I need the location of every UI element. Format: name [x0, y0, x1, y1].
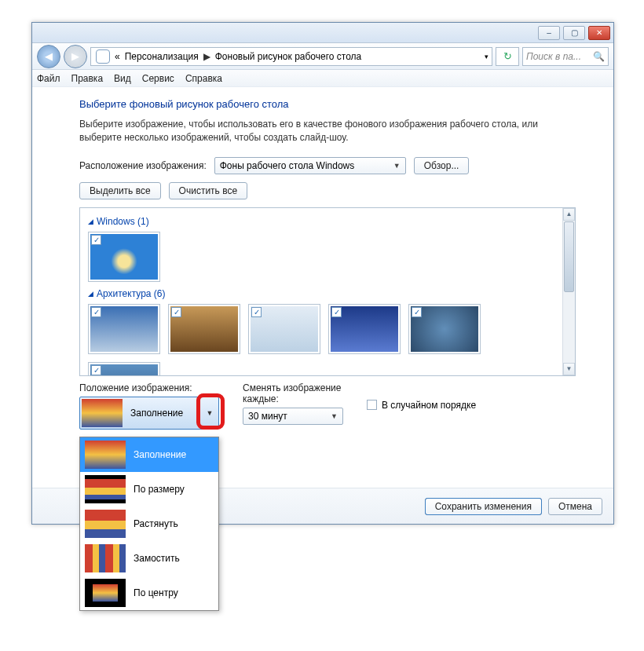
search-input[interactable]: Поиск в па... 🔍: [522, 47, 609, 66]
group-windows[interactable]: ◢ Windows (1): [88, 216, 554, 227]
location-row: Расположение изображения: Фоны рабочего …: [79, 157, 576, 174]
scroll-thumb[interactable]: [564, 221, 574, 292]
wallpaper-thumb[interactable]: ✓: [88, 232, 160, 282]
breadcrumb-level-2[interactable]: Фоновый рисунок рабочего стола: [215, 51, 362, 62]
option-label: Растянуть: [134, 518, 178, 529]
content-area: Выберите фоновый рисунок рабочего стола …: [32, 87, 613, 439]
clear-all-button[interactable]: Очистить все: [169, 182, 247, 199]
picture-position-col: Положение изображения: Заполнение ▼: [79, 382, 219, 430]
menu-file[interactable]: Файл: [37, 73, 60, 84]
refresh-button[interactable]: ↻: [496, 47, 519, 66]
cp-icon: [96, 49, 110, 64]
maximize-button[interactable]: ▢: [563, 26, 585, 40]
titlebar: – ▢ ✕: [32, 23, 613, 43]
thumb-checkbox[interactable]: ✓: [91, 307, 101, 317]
option-label: Замостить: [134, 553, 180, 564]
menu-edit[interactable]: Правка: [71, 73, 104, 84]
wallpaper-thumb[interactable]: ✓: [248, 304, 320, 354]
position-option-center[interactable]: По центру: [80, 576, 218, 610]
thumb-checkbox[interactable]: ✓: [91, 365, 101, 375]
picture-position-label: Положение изображения:: [79, 382, 219, 393]
location-combo[interactable]: Фоны рабочего стола Windows ▼: [214, 157, 406, 174]
disclosure-icon: ◢: [88, 290, 93, 298]
page-description: Выберите изображение, чтобы использовать…: [79, 118, 576, 144]
location-label: Расположение изображения:: [79, 160, 207, 171]
menubar: Файл Правка Вид Сервис Справка: [32, 70, 613, 87]
menu-view[interactable]: Вид: [114, 73, 131, 84]
thumb-checkbox[interactable]: ✓: [251, 307, 262, 317]
wallpaper-list-body: ◢ Windows (1) ✓ ◢ Архитектура (6) ✓ ✓ ✓: [80, 208, 562, 375]
position-swatch: [85, 510, 126, 538]
save-button[interactable]: Сохранить изменения: [425, 498, 542, 515]
thumb-checkbox[interactable]: ✓: [412, 307, 422, 317]
position-option-fill[interactable]: Заполнение: [80, 437, 218, 472]
cancel-button[interactable]: Отмена: [548, 498, 602, 515]
chevron-down-icon: ▼: [203, 409, 217, 417]
position-swatch: [85, 579, 126, 607]
scroll-track[interactable]: [563, 293, 575, 363]
forward-button[interactable]: ▶: [64, 45, 87, 68]
thumb-checkbox[interactable]: ✓: [331, 307, 342, 317]
interval-col: Сменять изображение каждые: 30 минут ▼: [243, 382, 343, 425]
picture-position-value: Заполнение: [130, 408, 195, 419]
browse-button[interactable]: Обзор...: [414, 157, 470, 174]
position-swatch: [85, 475, 126, 503]
interval-label-b: каждые:: [243, 393, 343, 404]
position-option-stretch[interactable]: Растянуть: [80, 507, 218, 541]
scrollbar[interactable]: ▲ ▼: [562, 208, 575, 375]
group-windows-label: Windows (1): [97, 216, 149, 227]
wallpaper-thumb[interactable]: ✓: [88, 362, 160, 375]
chevron-down-icon: ▼: [331, 412, 338, 420]
location-value: Фоны рабочего стола Windows: [220, 160, 355, 171]
option-label: Заполнение: [134, 449, 186, 460]
chevron-down-icon: ▼: [393, 162, 401, 170]
picture-position-combo[interactable]: Заполнение ▼: [79, 397, 219, 430]
nav-row: ◀ ▶ « Персонализация ▶ Фоновый рисунок р…: [32, 43, 613, 70]
wallpaper-thumb[interactable]: ✓: [168, 304, 240, 354]
wallpaper-thumb[interactable]: ✓: [328, 304, 401, 354]
breadcrumb-chevron: «: [115, 51, 120, 62]
thumb-checkbox[interactable]: ✓: [91, 235, 101, 245]
group-architecture[interactable]: ◢ Архитектура (6): [88, 288, 554, 299]
option-label: По размеру: [134, 484, 185, 495]
selection-row: Выделить все Очистить все: [79, 182, 576, 199]
breadcrumb-dropdown-icon[interactable]: ▾: [485, 53, 492, 60]
wallpaper-list: ◢ Windows (1) ✓ ◢ Архитектура (6) ✓ ✓ ✓: [79, 207, 576, 376]
search-placeholder: Поиск в па...: [526, 51, 581, 62]
page-heading: Выберите фоновый рисунок рабочего стола: [79, 98, 576, 110]
options-row: Положение изображения: Заполнение ▼ Смен…: [79, 382, 576, 430]
close-button[interactable]: ✕: [588, 26, 610, 40]
thumb-checkbox[interactable]: ✓: [171, 307, 181, 317]
shuffle-checkbox[interactable]: [367, 400, 377, 410]
scroll-down-button[interactable]: ▼: [563, 363, 575, 375]
scroll-up-button[interactable]: ▲: [563, 208, 575, 221]
position-swatch: [85, 441, 126, 469]
back-button[interactable]: ◀: [37, 45, 60, 68]
breadcrumb-arrow: ▶: [203, 51, 210, 62]
disclosure-icon: ◢: [88, 218, 93, 225]
position-swatch: [85, 544, 126, 572]
interval-value: 30 минут: [248, 411, 287, 422]
menu-help[interactable]: Справка: [185, 73, 222, 84]
group-architecture-label: Архитектура (6): [97, 288, 166, 299]
interval-combo[interactable]: 30 минут ▼: [243, 408, 343, 425]
position-option-tile[interactable]: Замостить: [80, 541, 218, 576]
option-label: По центру: [134, 587, 178, 598]
breadcrumb[interactable]: « Персонализация ▶ Фоновый рисунок рабоч…: [90, 47, 492, 66]
shuffle-label: В случайном порядке: [382, 400, 476, 411]
minimize-button[interactable]: –: [538, 26, 560, 40]
menu-tools[interactable]: Сервис: [142, 73, 174, 84]
wallpaper-thumb[interactable]: ✓: [88, 304, 160, 354]
position-option-fit[interactable]: По размеру: [80, 472, 218, 507]
search-icon: 🔍: [593, 51, 605, 62]
breadcrumb-level-1[interactable]: Персонализация: [125, 51, 199, 62]
interval-label-a: Сменять изображение: [243, 382, 343, 393]
select-all-button[interactable]: Выделить все: [79, 182, 161, 199]
wallpaper-thumb[interactable]: ✓: [408, 304, 481, 354]
position-swatch: [82, 399, 123, 427]
shuffle-row: В случайном порядке: [367, 400, 476, 411]
picture-position-dropdown: Заполнение По размеру Растянуть Замостит…: [79, 437, 219, 611]
